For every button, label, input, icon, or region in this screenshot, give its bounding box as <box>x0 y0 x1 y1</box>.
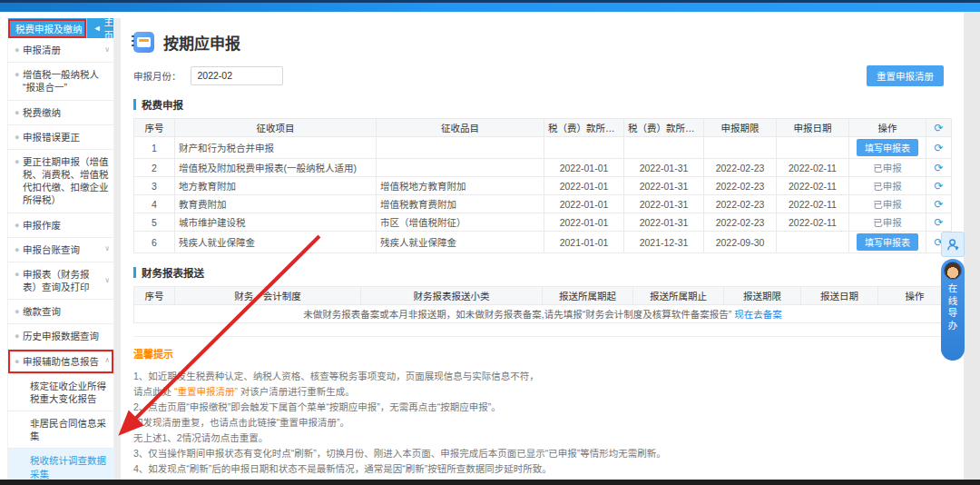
column-header: 财务、会计制度 <box>175 287 361 305</box>
sidebar-item-label: 申报表（财务报表）查询及打印 <box>23 268 102 293</box>
tip-line: 如发现清册重复，也请点击此链接“重置申报清册”。 <box>133 415 949 431</box>
finance-notice-text: 未做财务报表备案或本月非报送期，如未做财务报表备案,请先填报“财务会计制度及核算… <box>303 309 734 320</box>
sidebar-item[interactable]: ●申报作废 <box>8 213 113 238</box>
column-header-refresh: ⟳ <box>926 119 952 137</box>
bullet-icon: ● <box>15 69 19 80</box>
sidebar-item-label: 申报错误更正 <box>23 131 110 144</box>
back-arrow-icon: ◄ <box>93 25 102 33</box>
cell-period-start: 2022-01-01 <box>544 195 624 213</box>
cell-item: 增值税地方教育附加 <box>377 177 544 195</box>
cell-item <box>377 137 544 159</box>
tip-text: 3、仅当操作期间申报状态有变化时点“刷新”，切换月份、刚进入本页面、申报完成后本… <box>133 448 666 459</box>
cell-action: 已申报 <box>849 159 926 177</box>
sidebar-item[interactable]: ●申报辅助信息报告∧ <box>8 350 113 374</box>
column-header: 序号 <box>134 287 175 305</box>
tips-title: 温馨提示 <box>133 346 949 361</box>
column-header: 报送期限 <box>724 287 801 305</box>
cell-declare-date <box>777 232 849 253</box>
refresh-icon[interactable]: ⟳ <box>934 162 943 174</box>
cell-action: 填写申报表 <box>849 137 926 159</box>
status-declared: 已申报 <box>873 217 902 228</box>
chevron-down-icon: ∨ <box>104 276 110 286</box>
cell-refresh: ⟳ <box>926 177 952 195</box>
finance-notice: 未做财务报表备案或本月非报送期，如未做财务报表备案,请先填报“财务会计制度及核算… <box>134 305 952 323</box>
sidebar-item[interactable]: ●缴款查询 <box>8 300 113 324</box>
sidebar-item[interactable]: ●税费缴纳 <box>8 101 113 125</box>
sidebar-item-label: 历史申报数据查询 <box>23 330 110 342</box>
refresh-icon[interactable]: ⟳ <box>934 216 943 229</box>
cell-period-start <box>544 137 624 159</box>
cell-deadline: 2022-09-30 <box>704 232 777 253</box>
sidebar-item[interactable]: ●申报清册∨ <box>8 38 113 63</box>
cell-project: 残疾人就业保障金 <box>175 232 377 253</box>
online-guide-button[interactable]: 在线导办 <box>941 259 965 361</box>
bullet-icon: ● <box>15 306 19 317</box>
sidebar-item[interactable]: ●申报台账查询∨ <box>8 238 113 262</box>
tip-line: 请点此处 “重置申报清册” 对该户清册进行重新生成。 <box>133 384 949 400</box>
cell-deadline: 2022-02-23 <box>704 195 777 213</box>
sidebar-item-label: 更正往期申报（增值税、消费税、增值税代扣代缴、扣缴企业所得税） <box>23 155 110 207</box>
sidebar-item[interactable]: ●申报表（财务报表）查询及打印∨ <box>8 262 113 300</box>
fill-declaration-button[interactable]: 填写申报表 <box>857 139 918 156</box>
sidebar-item[interactable]: ●增值税一般纳税人“报退合一” <box>8 63 113 100</box>
sidebar-item[interactable]: ●更正往期申报（增值税、消费税、增值税代扣代缴、扣缴企业所得税） <box>8 150 113 213</box>
status-declared: 已申报 <box>873 163 902 173</box>
cell-project: 增值税及附加税费申报表(一般纳税人适用) <box>175 159 377 177</box>
cell-seq: 3 <box>134 177 175 195</box>
refresh-icon[interactable]: ⟳ <box>934 180 943 193</box>
column-header: 财务报表报送小类 <box>361 287 543 305</box>
refresh-icon[interactable]: ⟳ <box>934 198 943 211</box>
cell-item: 市区（增值税附征） <box>377 213 544 232</box>
refresh-icon[interactable]: ⟳ <box>934 122 943 134</box>
cell-period-end: 2022-01-31 <box>624 177 704 195</box>
tip-line: 4、如发现点“刷新”后的申报日期和状态不是最新情况，通常是因“刷新”按钮所查数据… <box>133 461 949 477</box>
cell-period-end <box>624 137 704 159</box>
tip-text: 对该户清册进行重新生成。 <box>238 386 355 397</box>
tip-line: 2、点击页眉“申报缴税”即会触发下属首个菜单“按期应申报”，无需再点击“按期应申… <box>133 400 949 415</box>
sidebar-item[interactable]: 核定征收企业所得税重大变化报告 <box>8 374 113 411</box>
page-header: 按期应申报 <box>133 31 949 54</box>
column-header: 报送日期 <box>801 287 878 305</box>
tip-text: 2、点击页眉“申报缴税”即会触发下属首个菜单“按期应申报”，无需再点击“按期应申… <box>133 401 501 412</box>
tips-section: 温馨提示 1、如近期发生税费种认定、纳税人资格、核查等税务事项变动，页面展现信息… <box>133 336 949 480</box>
guide-label: 在线导办 <box>946 283 960 332</box>
cell-project: 教育费附加 <box>175 195 377 213</box>
column-header: 征收项目 <box>175 119 377 137</box>
table-row: 未做财务报表备案或本月非报送期，如未做财务报表备案,请先填报“财务会计制度及核算… <box>134 305 952 323</box>
refresh-icon[interactable]: ⟳ <box>934 142 943 154</box>
sidebar-item[interactable]: 税收统计调查数据采集 <box>8 449 113 480</box>
column-header: 征收品目 <box>377 119 544 137</box>
go-filing-link[interactable]: 现在去备案 <box>734 309 782 320</box>
bullet-icon: ● <box>15 132 19 143</box>
person-star-icon[interactable] <box>941 232 965 257</box>
sidebar-item[interactable]: ●申报错误更正 <box>8 125 113 150</box>
cell-action: 已申报 <box>849 177 926 195</box>
cell-action: 填写申报表 <box>849 232 926 253</box>
tips-body: 1、如近期发生税费种认定、纳税人资格、核查等税务事项变动，页面展现信息与实际信息… <box>133 369 949 480</box>
chevron-up-icon: ∧ <box>104 356 110 366</box>
cell-refresh: ⟳ <box>926 213 952 232</box>
status-declared: 已申报 <box>873 199 902 210</box>
table-row: 5城市维护建设税市区（增值税附征）2022-01-012022-01-31202… <box>134 213 952 232</box>
bullet-icon: ● <box>15 220 19 231</box>
declare-month-input[interactable] <box>191 66 283 85</box>
tip-text: 无上述1、2情况请勿点击重置。 <box>133 432 268 443</box>
bullet-icon: ● <box>15 356 19 367</box>
cell-item <box>377 159 544 177</box>
fill-declaration-button[interactable]: 填写申报表 <box>857 233 918 251</box>
cell-project: 财产和行为税合并申报 <box>175 137 377 159</box>
tip-link[interactable]: “重置申报清册” <box>174 386 238 397</box>
finance-report-table: 序号财务、会计制度财务报表报送小类报送所属期起报送所属期止报送期限报送日期操作 … <box>133 286 952 323</box>
tip-text: 如发现清册重复，也请点击此链接“重置申报清册”。 <box>133 417 349 428</box>
sidebar-item[interactable]: ●历史申报数据查询 <box>8 324 113 349</box>
sidebar-item-label: 申报作废 <box>23 219 110 232</box>
cell-deadline: 2022-02-23 <box>704 177 777 195</box>
sidebar-item[interactable]: 非居民合同信息采集 <box>8 411 113 449</box>
reset-declaration-list-button[interactable]: 重置申报清册 <box>867 65 944 86</box>
cell-refresh: ⟳ <box>926 195 952 213</box>
tax-declaration-table: 序号征收项目征收品目税（费）款所属期起税（费）款所属期止申报期限申报日期操作⟳ … <box>133 118 952 253</box>
cell-period-start: 2022-01-01 <box>544 177 624 195</box>
cell-deadline: 2022-02-23 <box>704 159 777 177</box>
floating-widget: 在线导办 <box>941 232 965 361</box>
panel-gap <box>114 18 121 480</box>
